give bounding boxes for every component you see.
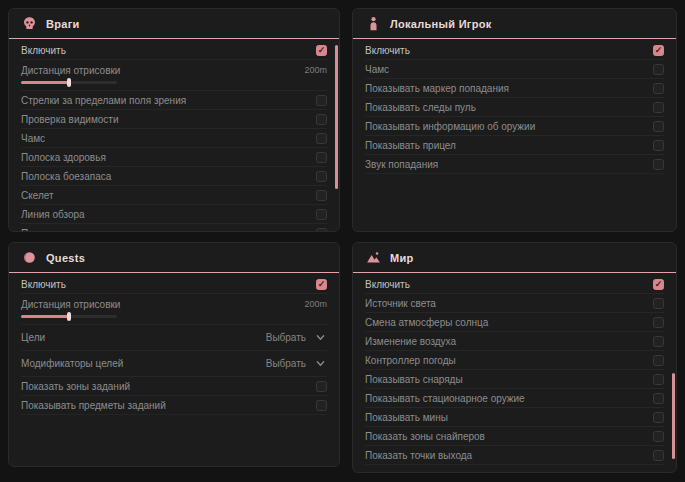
panel-local-player: Локальный ИгрокВключить✓ЧамсПоказывать м… xyxy=(352,8,677,232)
setting-row-checkbox: Чамс xyxy=(365,60,664,79)
checkbox[interactable] xyxy=(653,355,664,366)
setting-row-checkbox: Скелет xyxy=(21,186,327,205)
checkbox-label: Чамс xyxy=(365,64,389,75)
checkbox[interactable] xyxy=(316,114,327,125)
setting-row-checkbox: Показать зоны заданий xyxy=(21,377,327,396)
checkbox-label: Контроллер погоды xyxy=(365,355,456,366)
distance-slider[interactable] xyxy=(21,315,117,318)
setting-row-slider: Дистанция отрисовки200m xyxy=(21,294,327,325)
setting-row-checkbox: Показывать мины xyxy=(365,408,664,427)
checkbox-label: Показывать мины xyxy=(365,412,448,423)
setting-row-checkbox: Включить✓ xyxy=(365,41,664,60)
panel-title: Quests xyxy=(46,252,85,264)
checkbox-label: Полоска боезапаса xyxy=(21,171,111,182)
scrollbar-thumb[interactable] xyxy=(335,45,338,189)
chevron-down-icon xyxy=(316,359,325,368)
checkbox-label: Показывать информацию об оружии xyxy=(365,121,535,132)
setting-row-checkbox: Показать зоны снайперов xyxy=(365,427,664,446)
checkbox-label: Показать точки выхода xyxy=(365,450,472,461)
checkbox[interactable] xyxy=(316,209,327,220)
setting-row-select: ЦелиВыбрать xyxy=(21,325,327,351)
checkbox-label: Изменение воздуха xyxy=(365,336,456,347)
panel-world: МирВключить✓Источник светаСмена атмосфер… xyxy=(352,242,677,473)
setting-row-checkbox: Звук попадания xyxy=(365,155,664,174)
scrollbar-thumb[interactable] xyxy=(672,373,675,459)
checkbox-label: Показывать прицел xyxy=(365,140,456,151)
setting-row-checkbox: Показывать снаряды xyxy=(365,370,664,389)
checkbox[interactable]: ✓ xyxy=(316,45,327,56)
checkbox[interactable]: ✓ xyxy=(653,279,664,290)
setting-row-checkbox: Смена атмосферы солнца xyxy=(365,313,664,332)
setting-row-checkbox: Изменение воздуха xyxy=(365,332,664,351)
select-dropdown[interactable]: Выбрать xyxy=(264,329,327,346)
checkbox-label: Стрелки за пределами поля зрения xyxy=(21,95,186,106)
checkbox[interactable] xyxy=(316,152,327,163)
panel-quests: QuestsВключить✓Дистанция отрисовки200mЦе… xyxy=(8,242,340,467)
panel-title: Враги xyxy=(46,18,80,30)
checkbox-label: Линия обзора xyxy=(21,209,85,220)
checkbox-label: Чамс xyxy=(21,133,45,144)
checkbox[interactable] xyxy=(653,393,664,404)
select-label: Цели xyxy=(21,332,45,343)
setting-row-checkbox: Включить✓ xyxy=(21,41,327,60)
slider-knob[interactable] xyxy=(67,312,71,321)
checkbox-label: Показывать следы пуль xyxy=(365,102,476,113)
checkbox-label: Показывать снаряды xyxy=(365,374,463,385)
checkbox[interactable] xyxy=(653,431,664,442)
panel-header[interactable]: Quests xyxy=(9,243,339,273)
checkbox[interactable] xyxy=(653,450,664,461)
checkbox[interactable] xyxy=(653,121,664,132)
setting-row-checkbox: Показывать информацию об оружии xyxy=(365,117,664,136)
panel-header[interactable]: Враги xyxy=(9,9,339,39)
slider-fill xyxy=(21,81,69,84)
checkbox[interactable] xyxy=(316,171,327,182)
checkbox-label: Смена атмосферы солнца xyxy=(365,317,488,328)
select-dropdown[interactable]: Выбрать xyxy=(264,355,327,372)
checkbox[interactable] xyxy=(653,140,664,151)
panel-body: Включить✓Дистанция отрисовки200mСтрелки … xyxy=(9,39,339,232)
checkbox[interactable] xyxy=(316,381,327,392)
slider-fill xyxy=(21,315,69,318)
panel-header[interactable]: Локальный Игрок xyxy=(353,9,676,39)
checkbox-label: Показывать предметы заданий xyxy=(21,400,166,411)
setting-row-checkbox: Показывать предметы заданий xyxy=(21,396,327,415)
setting-row-checkbox: Контроллер погоды xyxy=(365,351,664,370)
checkbox[interactable] xyxy=(653,83,664,94)
setting-row-checkbox: Показывать прицел xyxy=(365,136,664,155)
checkbox[interactable] xyxy=(653,298,664,309)
checkbox[interactable] xyxy=(653,64,664,75)
panel-title: Локальный Игрок xyxy=(390,18,492,30)
checkbox[interactable] xyxy=(316,190,327,201)
setting-row-checkbox: Полоска здоровья xyxy=(21,148,327,167)
setting-row-slider: Дистанция отрисовки200m xyxy=(21,60,327,91)
checkbox[interactable] xyxy=(316,400,327,411)
checkbox-label: Звук попадания xyxy=(365,159,438,170)
checkbox[interactable] xyxy=(653,412,664,423)
checkbox[interactable] xyxy=(653,374,664,385)
checkbox[interactable]: ✓ xyxy=(653,45,664,56)
checkbox[interactable] xyxy=(653,102,664,113)
panel-title: Мир xyxy=(390,252,414,264)
setting-row-checkbox: Источник света xyxy=(365,294,664,313)
checkbox[interactable]: ✓ xyxy=(316,279,327,290)
checkbox-label: Показать зоны заданий xyxy=(21,381,130,392)
checkbox-label: Показывать стационарное оружие xyxy=(365,393,525,404)
setting-row-checkbox: Линия обзора xyxy=(21,205,327,224)
checkbox[interactable] xyxy=(653,159,664,170)
checkbox[interactable] xyxy=(653,336,664,347)
slider-label: Дистанция отрисовки xyxy=(21,65,120,76)
checkbox[interactable] xyxy=(653,317,664,328)
checkbox[interactable] xyxy=(316,133,327,144)
select-value: Выбрать xyxy=(266,332,306,343)
person-icon xyxy=(366,16,381,31)
panel-enemies: ВрагиВключить✓Дистанция отрисовки200mСтр… xyxy=(8,8,340,232)
slider-knob[interactable] xyxy=(67,78,71,87)
setting-row-checkbox: Показывать маркер попадания xyxy=(365,79,664,98)
checkbox-label: Включить xyxy=(21,279,66,290)
panel-header[interactable]: Мир xyxy=(353,243,676,273)
distance-slider[interactable] xyxy=(21,81,117,84)
checkbox[interactable] xyxy=(316,228,327,233)
panel-body: Включить✓ЧамсПоказывать маркер попадания… xyxy=(353,39,676,174)
slider-value: 200m xyxy=(304,65,327,75)
checkbox[interactable] xyxy=(316,95,327,106)
